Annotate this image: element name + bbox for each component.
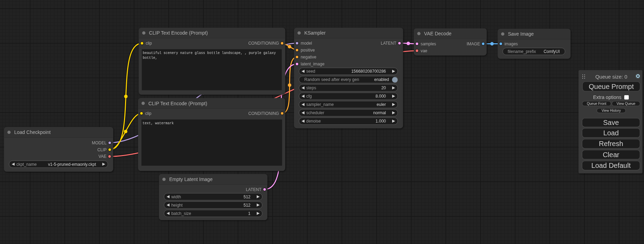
svg-text:sampler_name: sampler_name xyxy=(306,102,334,107)
svg-text:512: 512 xyxy=(244,195,250,199)
svg-text:images: images xyxy=(504,42,518,46)
svg-text:Clear: Clear xyxy=(603,151,619,159)
svg-text:negative: negative xyxy=(301,55,317,60)
svg-text:ckpt_name: ckpt_name xyxy=(16,162,37,167)
svg-text:512: 512 xyxy=(244,203,250,208)
svg-text:VAE: VAE xyxy=(98,154,106,159)
svg-text:Queue Front: Queue Front xyxy=(587,102,606,106)
svg-text:beautiful scenery nature glass: beautiful scenery nature glass bottle la… xyxy=(143,51,276,55)
svg-text:CLIP: CLIP xyxy=(97,147,107,152)
svg-text:View Queue: View Queue xyxy=(617,102,636,106)
svg-text:v1-5-pruned-emaonly.ckpt: v1-5-pruned-emaonly.ckpt xyxy=(48,162,96,167)
svg-text:width: width xyxy=(171,195,181,199)
svg-text:MODEL: MODEL xyxy=(92,141,107,145)
svg-text:Refresh: Refresh xyxy=(599,140,623,147)
svg-text:VAE Decode: VAE Decode xyxy=(424,31,451,36)
svg-text:156680208700286: 156680208700286 xyxy=(351,69,386,74)
svg-text:cfg: cfg xyxy=(306,94,312,99)
svg-text:positive: positive xyxy=(301,48,315,53)
svg-text:Random seed after every gen: Random seed after every gen xyxy=(305,77,359,82)
svg-text:Load Checkpoint: Load Checkpoint xyxy=(14,129,51,135)
svg-text:ComfyUI: ComfyUI xyxy=(544,49,560,54)
svg-text:seed: seed xyxy=(306,69,315,74)
svg-text:Save: Save xyxy=(603,119,619,126)
svg-text:20: 20 xyxy=(381,85,386,90)
svg-text:steps: steps xyxy=(306,85,316,90)
svg-text:CONDITIONING: CONDITIONING xyxy=(248,41,279,46)
svg-text:Save Image: Save Image xyxy=(508,31,534,37)
svg-text:model: model xyxy=(301,41,312,46)
svg-text:height: height xyxy=(171,203,183,208)
svg-text:samples: samples xyxy=(421,42,436,46)
svg-text:filename_prefix: filename_prefix xyxy=(508,49,536,54)
svg-text:denoise: denoise xyxy=(306,119,321,124)
svg-text:View History: View History xyxy=(602,109,621,112)
svg-text:enabled: enabled xyxy=(374,77,389,82)
svg-text:KSampler: KSampler xyxy=(304,30,326,36)
svg-text:Empty Latent Image: Empty Latent Image xyxy=(169,177,213,182)
svg-text:Queue Prompt: Queue Prompt xyxy=(589,83,634,90)
svg-text:euler: euler xyxy=(377,102,386,107)
svg-text:CLIP Text Encode (Prompt): CLIP Text Encode (Prompt) xyxy=(148,101,207,106)
svg-text:LATENT: LATENT xyxy=(246,187,262,192)
svg-text:clip: clip xyxy=(145,41,152,46)
svg-text:1.000: 1.000 xyxy=(376,119,386,124)
svg-text:Load: Load xyxy=(603,129,619,137)
svg-text:latent_image: latent_image xyxy=(301,62,325,66)
svg-text:CLIP Text Encode (Prompt): CLIP Text Encode (Prompt) xyxy=(149,30,208,36)
svg-text:bottle,: bottle, xyxy=(143,56,157,60)
svg-text:clip: clip xyxy=(145,111,151,116)
svg-text:batch_size: batch_size xyxy=(171,211,191,216)
svg-text:CONDITIONING: CONDITIONING xyxy=(248,111,279,116)
svg-text:IMAGE: IMAGE xyxy=(467,42,480,46)
svg-text:1: 1 xyxy=(248,211,250,216)
svg-text:vae: vae xyxy=(421,48,427,53)
svg-text:normal: normal xyxy=(373,110,386,115)
svg-text:LATENT: LATENT xyxy=(381,41,397,46)
svg-text:8.000: 8.000 xyxy=(376,94,386,99)
svg-text:Queue size: 0: Queue size: 0 xyxy=(595,74,627,80)
svg-text:Extra options: Extra options xyxy=(593,94,621,100)
svg-text:Load Default: Load Default xyxy=(591,162,631,169)
svg-text:text, watermark: text, watermark xyxy=(143,121,174,125)
svg-text:scheduler: scheduler xyxy=(306,110,324,115)
